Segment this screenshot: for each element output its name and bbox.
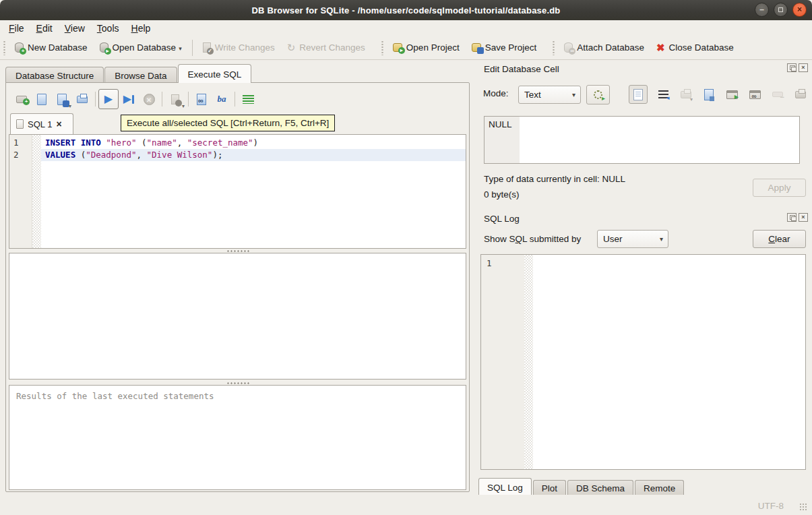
toolbar-grip[interactable] [552, 40, 555, 55]
clear-log-button[interactable]: Clear [753, 230, 806, 248]
find-replace-button[interactable]: ba [212, 89, 232, 109]
encoding-indicator[interactable]: UTF-8 [758, 501, 784, 511]
stop-execution-button: ✕ [139, 89, 159, 109]
execute-line-button[interactable]: ▶ [119, 89, 139, 109]
tab-plot[interactable]: Plot [533, 480, 566, 495]
maximize-button[interactable] [774, 3, 788, 17]
menu-file[interactable]: File [3, 21, 30, 36]
cell-editor-icons: ▾ [629, 85, 808, 104]
open-database-button[interactable]: ▸ Open Database ▾ [94, 39, 188, 56]
find-button[interactable] [191, 89, 212, 109]
tab-sql-log[interactable]: SQL Log [478, 478, 532, 495]
print-cell-button: ▾ [679, 86, 693, 102]
sql-editor[interactable]: 12 INSERT INTO "hero" ("name", "secret_n… [9, 134, 466, 249]
revert-changes-icon: ↻ [287, 42, 296, 53]
print-icon [77, 96, 88, 103]
minimize-button[interactable]: – [755, 3, 769, 17]
tab-database-structure[interactable]: Database Structure [5, 67, 104, 83]
save-results-button: ▾ [165, 89, 185, 109]
print-sql-button[interactable] [72, 89, 92, 109]
close-database-label: Close Database [669, 42, 734, 53]
tab-db-schema[interactable]: DB Schema [567, 480, 633, 495]
execute-all-icon: ▶ [104, 94, 113, 104]
write-changes-button: ✓ Write Changes [197, 39, 281, 56]
cell-value-editor[interactable]: NULL [484, 116, 800, 164]
new-sql-tab-button[interactable]: + [11, 89, 32, 109]
import-data-button[interactable] [701, 86, 716, 102]
revert-changes-label: Revert Changes [299, 42, 365, 53]
menu-view[interactable]: View [59, 21, 91, 36]
word-wrap-button[interactable] [656, 86, 670, 102]
tab-execute-sql[interactable]: Execute SQL [178, 64, 252, 83]
cell-value: NULL [489, 119, 512, 129]
toolbar-grip[interactable] [381, 40, 384, 55]
sql-toolbar: + ▾ ▶ ▶ ✕ ▾ ba [11, 88, 258, 111]
float-dock-icon[interactable] [787, 213, 797, 222]
text-view-button[interactable] [629, 85, 648, 104]
export-icon [726, 90, 738, 99]
write-changes-label: Write Changes [215, 42, 275, 53]
attach-database-icon: ∞ [564, 42, 573, 53]
sql-code[interactable]: INSERT INTO "hero" ("name", "secret_name… [41, 135, 466, 248]
titlebar[interactable]: DB Browser for SQLite - /home/user/code/… [0, 0, 812, 20]
word-wrap-icon [658, 90, 668, 98]
window-controls: – × [755, 3, 807, 17]
close-database-icon: ✖ [656, 42, 665, 53]
save-project-label: Save Project [485, 42, 537, 53]
sql-log-view[interactable]: 1 [480, 254, 806, 470]
close-dock-icon[interactable]: × [799, 213, 808, 222]
toolbar-separator [192, 40, 193, 56]
attach-database-button[interactable]: ∞ Attach Database [558, 39, 650, 56]
log-text-area [533, 255, 805, 469]
save-sql-file-button[interactable]: ▾ [52, 89, 72, 109]
import-file-icon [704, 89, 714, 100]
open-project-icon: ▸ [393, 43, 402, 52]
export-data-button[interactable] [724, 86, 739, 102]
write-changes-icon: ✓ [203, 42, 211, 53]
open-database-dropdown-icon[interactable]: ▾ [179, 45, 182, 53]
save-project-icon [472, 43, 481, 52]
toolbar-grip[interactable] [3, 40, 6, 55]
sql-log-filter-combobox[interactable]: User ▾ [597, 230, 668, 248]
tab-browse-data[interactable]: Browse Data [104, 67, 177, 83]
close-database-button[interactable]: ✖ Close Database [650, 39, 740, 56]
sql-editor-tab[interactable]: SQL 1 × [10, 113, 73, 134]
tab-remote[interactable]: Remote [635, 480, 684, 495]
save-project-button[interactable]: Save Project [466, 39, 543, 56]
execute-all-button[interactable]: ▶ [98, 89, 119, 109]
open-database-label: Open Database [113, 42, 177, 53]
dock-bottom-tabs: SQL Log Plot DB Schema Remote [478, 478, 685, 495]
print-preview-button[interactable] [793, 86, 808, 102]
results-grid[interactable] [9, 253, 466, 380]
float-dock-icon[interactable] [787, 63, 797, 72]
menu-edit[interactable]: Edit [30, 21, 59, 36]
close-button[interactable]: × [792, 3, 807, 17]
sql-tab-close-icon[interactable]: × [56, 120, 61, 128]
menu-help[interactable]: Help [125, 21, 157, 36]
results-message-pane[interactable]: Results of the last executed statements [9, 385, 466, 490]
edit-cell-header: Edit Database Cell × [475, 62, 812, 75]
open-project-button[interactable]: ▸ Open Project [387, 39, 466, 56]
app-window: DB Browser for SQLite - /home/user/code/… [0, 0, 812, 515]
close-dock-icon[interactable]: × [799, 63, 808, 72]
main-tabs: Database Structure Browse Data Execute S… [5, 65, 252, 83]
open-in-app-button[interactable] [747, 86, 762, 102]
execute-sql-panel: + ▾ ▶ ▶ ✕ ▾ ba SQL 1 × Execute all/selec… [5, 82, 470, 492]
open-sql-file-button[interactable] [32, 89, 52, 109]
resize-grip[interactable] [799, 503, 808, 512]
menu-tools[interactable]: Tools [91, 21, 125, 36]
save-file-dropdown-icon[interactable]: ▾ [69, 103, 71, 109]
sql-toolbar-separator [162, 92, 162, 107]
auto-apply-button[interactable] [586, 85, 610, 104]
main-toolbar: + New Database ▸ Open Database ▾ ✓ Write… [0, 36, 812, 60]
mode-combobox[interactable]: Text ▾ [518, 86, 581, 104]
stop-icon: ✕ [144, 94, 155, 105]
sql-tab-page-icon [16, 119, 24, 129]
open-project-label: Open Project [406, 42, 460, 53]
format-sql-button[interactable] [238, 89, 258, 109]
new-tab-icon: + [16, 96, 27, 103]
sql-log-title: SQL Log [484, 214, 520, 224]
apply-button: Apply [753, 179, 806, 197]
sql-log-header: SQL Log × [475, 212, 812, 225]
new-database-button[interactable]: + New Database [9, 39, 94, 56]
